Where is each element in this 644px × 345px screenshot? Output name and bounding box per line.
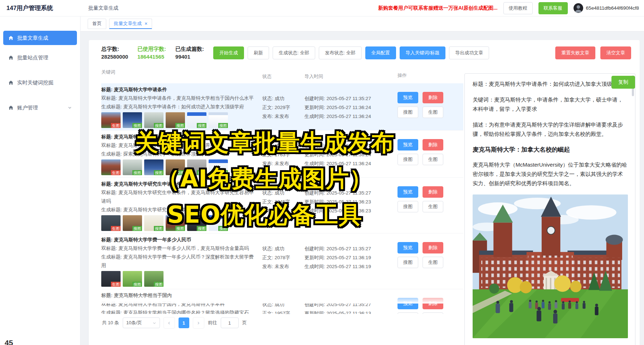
thumb-tag: 生图 <box>111 170 121 175</box>
delete-button[interactable]: 删除 <box>423 186 443 198</box>
thumbnail[interactable]: 搜图 <box>144 159 164 175</box>
row-status: 状态: 成功 <box>262 94 304 103</box>
thumbnail[interactable]: 搜图 <box>187 112 206 128</box>
article-table: 关键词 状态 导入时间 操作 标题: 麦克马斯特大学申请条件 双标题: 麦克马斯… <box>101 67 463 345</box>
search-image-button[interactable]: 搜图 <box>397 154 418 165</box>
preview-button[interactable]: 预览 <box>397 92 418 103</box>
export-success-button[interactable]: 导出成功文章 <box>449 46 489 59</box>
avatar[interactable] <box>574 3 583 13</box>
thumbnail[interactable]: 搜图 <box>123 112 142 128</box>
preview-button[interactable]: 预览 <box>397 139 418 151</box>
page-size-select[interactable]: 10条/页 <box>123 317 160 328</box>
app-title: 147用户管理系统 <box>0 4 80 12</box>
search-image-button[interactable]: 搜图 <box>397 312 418 314</box>
delete-button[interactable]: 删除 <box>423 92 443 103</box>
generate-image-button[interactable]: 生图 <box>423 154 443 165</box>
tab-home[interactable]: 首页 <box>88 19 106 29</box>
generate-image-button[interactable]: 生图 <box>423 312 443 314</box>
row-generated-title: 生成标题: 麦克马斯特大学申请条件：如何成功进入加拿大顶级学府 <box>101 103 258 111</box>
thumbnail[interactable]: 生图 <box>101 271 121 287</box>
generate-image-button[interactable]: 生图 <box>423 201 443 212</box>
thumb-tag: 搜图 <box>175 226 185 231</box>
page-1-button[interactable]: 1 <box>179 317 189 328</box>
generate-image-button[interactable]: 生图 <box>423 107 443 118</box>
generate-status-select[interactable]: 生成状态: 全部 <box>273 46 315 59</box>
thumbnail[interactable]: 生图 <box>101 159 121 175</box>
contact-support-button[interactable]: 联系客服 <box>538 2 568 14</box>
tutorial-button[interactable]: 使用教程 <box>503 2 533 14</box>
preview-button[interactable]: 预览 <box>397 186 418 198</box>
import-keywords-button[interactable]: 导入关键词/标题 <box>400 46 446 59</box>
table-header: 关键词 状态 导入时间 操作 <box>101 67 463 78</box>
row-word-count: 正文: 2045字 <box>262 197 304 206</box>
start-generate-button[interactable]: 开始生成 <box>213 46 244 59</box>
thumbnail[interactable]: 搜图 <box>123 159 142 175</box>
thumbnail[interactable]: 搜图 <box>166 112 185 128</box>
row-generated-title: 生成标题: 麦克马斯特大学学费一年多少人民币？深度解析加拿大留学费用 <box>101 253 258 270</box>
table-row[interactable]: 标题: 麦克马斯特大学研究生申请条件 双标题: 麦克马斯特大学研究生申请条件，麦… <box>101 178 463 233</box>
thumbnail[interactable]: 搜图 <box>144 112 164 128</box>
thumbnail[interactable]: 搜图 <box>123 215 142 231</box>
refresh-button[interactable]: 刷新 <box>248 46 269 59</box>
table-row[interactable]: 标题: 麦克马斯特大学申请条件 双标题: 麦克马斯特大学申请条件，麦克马斯特大学… <box>101 83 463 130</box>
thumbnail[interactable]: 搜图 <box>144 271 164 287</box>
next-page-button[interactable]: › <box>193 317 204 329</box>
preview-partial-text: 要成功入读麦克马斯特大学，学生不仅需要具备优秀的学术成绩，还需要满足各项申请条件… <box>473 343 627 345</box>
pagination: 共 10 条 10条/页 ‹ 1 › 前往 页 <box>102 317 247 329</box>
clear-articles-button[interactable]: 清空文章 <box>600 46 631 59</box>
thumbnail[interactable]: 生图 <box>101 215 121 231</box>
row-status: 状态: 成功 <box>262 244 304 253</box>
publish-status-select[interactable]: 发布状态: 全部 <box>319 46 361 59</box>
thumbnail-strip: 生图搜图搜图 <box>101 271 258 287</box>
reset-failed-button[interactable]: 重置失败文章 <box>555 46 595 59</box>
row-updated-time: 更新时间: 2025-05-27 11:36:13 <box>304 309 397 314</box>
thumbnail[interactable]: 生图 <box>101 112 121 128</box>
table-row[interactable]: 标题: 麦克马斯特大学相当于国内 双标题: 麦克马斯特大学相当于国内，麦克马斯特… <box>101 289 463 314</box>
thumbnail[interactable]: 搜图 <box>123 271 142 287</box>
row-updated-time: 更新时间: 2025-05-27 11:36:24 <box>304 103 397 112</box>
thumbnail[interactable]: 搜图 <box>166 215 185 231</box>
prev-page-button[interactable]: ‹ <box>164 317 175 329</box>
sidebar-item[interactable]: 账户管理 <box>3 100 77 115</box>
goto-page-input[interactable] <box>221 317 239 328</box>
table-row[interactable]: 标题: 麦克马斯特大学排名 双标题: 麦克马斯特大学排名，麦克马斯特大学世界排名… <box>101 130 463 178</box>
thumbnail[interactable]: 搜图 <box>187 215 206 231</box>
sidebar-item[interactable]: 批量文章生成 <box>3 31 77 45</box>
tab-strip: 首页 批量文章生成 × <box>80 16 644 31</box>
page: 147用户管理系统 批量文章生成 新购套餐用户可联系客服赠送一万张AI原创生成配… <box>0 0 644 345</box>
row-publish-state: 发布: 未发布 <box>262 112 304 121</box>
search-image-button[interactable]: 搜图 <box>397 201 418 212</box>
row-created-time: 创建时间: 2025-05-27 11:35:27 <box>304 300 397 309</box>
delete-button[interactable]: 删除 <box>423 139 443 151</box>
thumb-tag: 搜图 <box>154 123 164 128</box>
copy-button[interactable]: 复制 <box>611 76 635 89</box>
sidebar-item[interactable]: 实时关键词挖掘 <box>3 75 77 90</box>
close-icon[interactable]: × <box>145 21 147 26</box>
generate-image-button[interactable]: 生图 <box>423 257 443 268</box>
preview-button[interactable]: 预览 <box>397 242 418 253</box>
thumbnail[interactable]: 搜图 <box>209 159 228 175</box>
delete-button[interactable]: 删除 <box>423 242 443 253</box>
thumbnail[interactable]: 搜图 <box>144 215 164 231</box>
search-image-button[interactable]: 搜图 <box>397 257 418 268</box>
stat: 已使用字数: 186441565 <box>137 45 166 61</box>
table-row[interactable]: 标题: 麦克马斯特大学学费一年多少人民币 双标题: 麦克马斯特大学学费一年多少人… <box>101 233 463 289</box>
thumbnail[interactable]: 搜图 <box>209 112 228 128</box>
sidebar-item-label: 批量文章生成 <box>17 35 48 41</box>
delete-button[interactable]: 删除 <box>423 298 443 309</box>
search-image-button[interactable]: 搜图 <box>397 107 418 118</box>
sidebar-item[interactable]: 批量站点管理 <box>3 50 77 65</box>
preview-body: 麦克马斯特大学（McMasterUniversity）位于加拿大安大略省的哈密尔… <box>473 160 627 188</box>
row-double-title: 双标题: 麦克马斯特大学相当于国内，麦克马斯特大学本科 <box>101 300 258 309</box>
thumbnail[interactable]: 搜图 <box>166 159 185 175</box>
row-title: 标题: 麦克马斯特大学排名 <box>101 133 258 141</box>
row-created-time: 创建时间: 2025-05-27 11:35:27 <box>304 94 397 103</box>
global-config-button[interactable]: 全局配置 <box>365 46 396 59</box>
announcement-text[interactable]: 新购套餐用户可联系客服赠送一万张AI原创生成配图... <box>378 5 498 11</box>
thumbnail[interactable]: 搜图 <box>187 159 206 175</box>
row-double-title: 双标题: 麦克马斯特大学申请条件，麦克马斯特大学相当于国内什么水平 <box>101 94 258 103</box>
tab-batch-article[interactable]: 批量文章生成 × <box>109 19 152 29</box>
row-generated-time: 生成时间: 2025-05-27 11:36:23 <box>304 206 397 215</box>
preview-button[interactable]: 预览 <box>397 298 418 309</box>
thumbnail[interactable]: 搜图 <box>209 215 228 231</box>
